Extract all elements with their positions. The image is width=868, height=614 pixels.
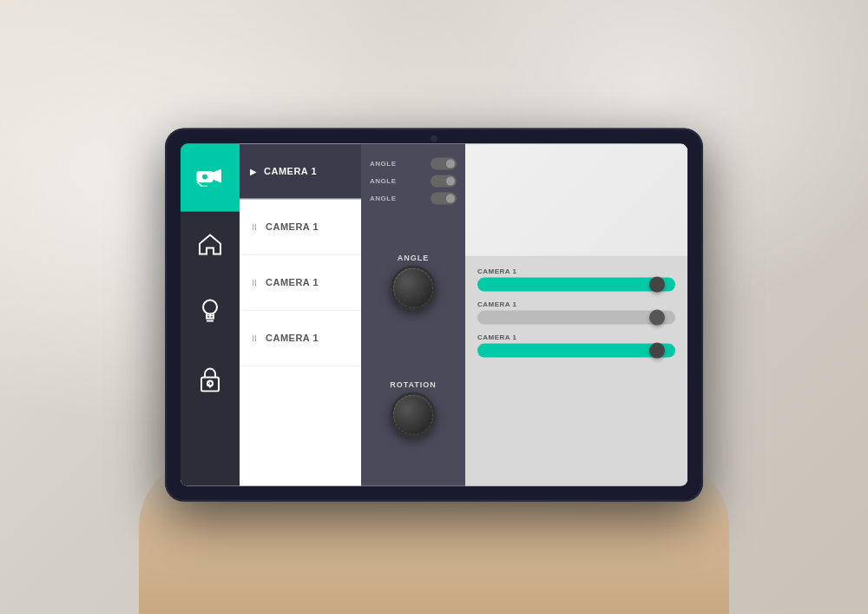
angle-knob-container: ANGLE (391, 253, 436, 310)
angle-toggle-2[interactable] (431, 175, 457, 187)
slider-thumb-2 (649, 309, 665, 325)
pause-icon-2: ⏸ (250, 221, 259, 231)
svg-text:8: 8 (207, 380, 211, 387)
sidebar-item-home[interactable] (181, 211, 240, 279)
camera-preview (465, 143, 687, 256)
angle-toggles-section: ANGLE ANGLE ANGLE (361, 150, 465, 211)
light-icon (199, 297, 221, 328)
pause-icon-4: ⏸ (250, 333, 259, 342)
angle-knob-label: ANGLE (398, 253, 430, 261)
svg-point-2 (202, 174, 207, 179)
sidebar-item-light[interactable] (181, 279, 240, 347)
rotation-knob[interactable] (391, 392, 436, 437)
camera-control-row-3: CAMERA 1 (477, 333, 675, 357)
camera-list-item-2[interactable]: ⏸ CAMERA 1 (240, 199, 361, 254)
camera-list-item-3[interactable]: ⏸ CAMERA 1 (240, 254, 361, 310)
angle-toggle-3[interactable] (431, 192, 457, 204)
rotation-knob-label: ROTATION (390, 380, 437, 388)
knob-section: ANGLE ROTATION (361, 211, 465, 479)
camera-control-row-1: CAMERA 1 (477, 267, 675, 291)
camera-list: ▶ CAMERA 1 ⏸ CAMERA 1 ⏸ CAMERA 1 ⏸ CAMER… (240, 143, 361, 485)
camera-2-label: CAMERA 1 (266, 221, 319, 232)
angle-toggle-1[interactable] (431, 157, 457, 169)
right-panel: CAMERA 1 CAMERA 1 CAMERA 1 (465, 143, 687, 485)
camera-icon (195, 165, 225, 189)
angle-label-2: ANGLE (370, 177, 397, 185)
camera-list-item-4[interactable]: ⏸ CAMERA 1 (240, 310, 361, 366)
angle-row-1: ANGLE (370, 157, 457, 169)
tablet-screen: 8 ▶ CAMERA 1 ⏸ CAMERA 1 ⏸ CAMERA 1 ⏸ CAM… (181, 143, 687, 485)
camera-slider-1[interactable] (477, 277, 675, 291)
sidebar-item-camera[interactable] (181, 143, 240, 211)
camera-slider-2[interactable] (477, 310, 675, 324)
camera-3-label: CAMERA 1 (266, 277, 319, 287)
camera-1-label: CAMERA 1 (264, 166, 317, 176)
pause-icon-3: ⏸ (250, 277, 259, 287)
camera-control-name-2: CAMERA 1 (477, 300, 675, 307)
angle-row-2: ANGLE (370, 175, 457, 187)
slider-thumb-3 (649, 342, 665, 358)
angle-knob[interactable] (391, 265, 436, 310)
preview-placeholder (465, 143, 687, 255)
camera-list-item-1[interactable]: ▶ CAMERA 1 (240, 143, 361, 199)
angle-row-3: ANGLE (370, 192, 457, 204)
sidebar: 8 (181, 143, 240, 485)
camera-control-name-1: CAMERA 1 (477, 267, 675, 274)
slider-thumb-1 (649, 276, 665, 292)
camera-slider-3[interactable] (477, 343, 675, 357)
tablet-device: 8 ▶ CAMERA 1 ⏸ CAMERA 1 ⏸ CAMERA 1 ⏸ CAM… (165, 128, 703, 501)
play-icon: ▶ (250, 166, 257, 175)
controls-panel: ANGLE ANGLE ANGLE ANGLE ROTAT (361, 143, 465, 485)
svg-marker-5 (200, 234, 220, 254)
rotation-knob-container: ROTATION (390, 380, 437, 437)
angle-label-3: ANGLE (370, 195, 397, 202)
angle-label-1: ANGLE (370, 160, 397, 168)
camera-sliders-section: CAMERA 1 CAMERA 1 CAMERA 1 (465, 256, 687, 485)
home-icon (198, 231, 222, 259)
camera-4-label: CAMERA 1 (266, 333, 319, 343)
sidebar-item-lock[interactable]: 8 (181, 347, 240, 414)
svg-marker-1 (213, 168, 221, 182)
camera-control-name-3: CAMERA 1 (477, 333, 675, 340)
svg-point-7 (203, 300, 217, 314)
camera-control-row-2: CAMERA 1 (477, 300, 675, 324)
lock-icon: 8 (199, 366, 221, 395)
